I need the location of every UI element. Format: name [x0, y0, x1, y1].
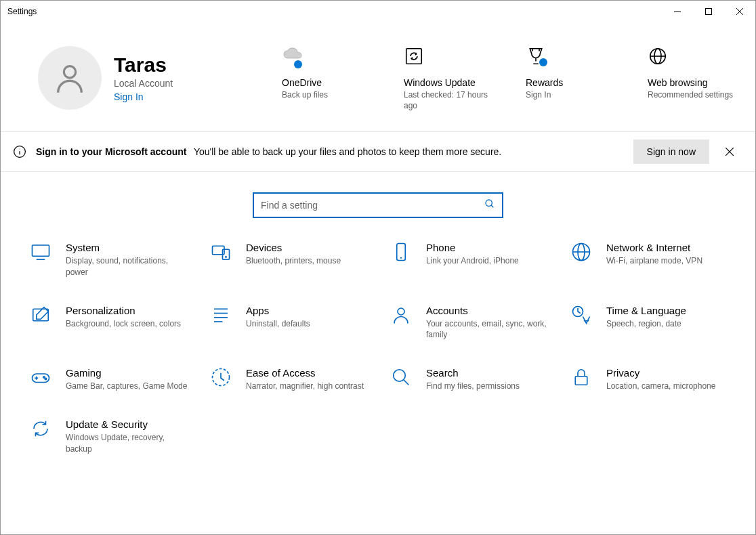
rewards-icon — [526, 46, 614, 70]
svg-point-31 — [398, 308, 404, 315]
window-controls — [662, 1, 755, 22]
category-personalization[interactable]: PersonalizationBackground, lock screen, … — [28, 305, 188, 340]
signin-banner: Sign in to your Microsoft account You'll… — [1, 131, 755, 172]
status-desc: Recommended settings — [648, 89, 736, 100]
category-search[interactable]: SearchFind my files, permissions — [388, 367, 548, 391]
category-desc: Wi-Fi, airplane mode, VPN — [606, 255, 728, 266]
category-desc: Link your Android, iPhone — [426, 255, 548, 266]
svg-point-20 — [226, 257, 226, 257]
user-avatar — [38, 46, 102, 110]
banner-close-button[interactable] — [716, 138, 743, 165]
category-title: Ease of Access — [246, 367, 368, 379]
category-title: Gaming — [66, 367, 188, 379]
search-icon — [484, 198, 495, 212]
category-privacy[interactable]: PrivacyLocation, camera, microphone — [568, 367, 728, 391]
category-devices[interactable]: DevicesBluetooth, printers, mouse — [208, 242, 368, 277]
category-title: System — [66, 242, 188, 253]
category-desc: Game Bar, captures, Game Mode — [66, 381, 188, 391]
category-desc: Uninstall, defaults — [246, 318, 368, 329]
search-input[interactable] — [261, 200, 484, 211]
notification-badge — [539, 58, 547, 66]
category-desc: Windows Update, recovery, backup — [66, 432, 188, 454]
category-phone[interactable]: PhoneLink your Android, iPhone — [388, 242, 548, 277]
update-security-icon — [28, 419, 54, 442]
window-title: Settings — [7, 7, 37, 16]
category-desc: Display, sound, notifications, power — [66, 255, 188, 277]
svg-point-39 — [394, 370, 406, 382]
accounts-icon — [388, 305, 414, 328]
devices-icon — [208, 242, 234, 265]
category-accounts[interactable]: AccountsYour accounts, email, sync, work… — [388, 305, 548, 340]
network-icon — [568, 242, 594, 265]
category-desc: Speech, region, date — [606, 318, 728, 329]
status-card-web-browsing[interactable]: Web browsing Recommended settings — [648, 46, 736, 111]
status-title: OneDrive — [282, 77, 370, 88]
category-desc: Narrator, magnifier, high contrast — [246, 381, 368, 391]
status-title: Web browsing — [648, 77, 736, 88]
status-card-rewards[interactable]: Rewards Sign In — [526, 46, 614, 111]
svg-rect-16 — [33, 245, 49, 256]
svg-line-40 — [404, 380, 409, 385]
category-title: Search — [426, 367, 548, 379]
category-desc: Find my files, permissions — [426, 381, 548, 391]
close-button[interactable] — [724, 1, 755, 22]
status-desc: Sign In — [526, 89, 614, 100]
status-title: Rewards — [526, 77, 614, 88]
search-category-icon — [388, 367, 414, 390]
category-desc: Your accounts, email, sync, work, family — [426, 318, 548, 340]
category-update-security[interactable]: Update & SecurityWindows Update, recover… — [28, 419, 188, 454]
title-bar: Settings — [1, 1, 755, 22]
globe-icon — [648, 46, 736, 70]
svg-point-36 — [43, 377, 45, 379]
signin-now-button[interactable]: Sign in now — [633, 140, 709, 164]
personalization-icon — [28, 305, 54, 328]
user-name: Taras — [114, 53, 173, 77]
header-section: Taras Local Account Sign In OneDrive Bac… — [1, 22, 755, 131]
user-info: Taras Local Account Sign In — [114, 53, 173, 102]
user-signin-link[interactable]: Sign In — [114, 91, 173, 102]
category-title: Time & Language — [606, 305, 728, 316]
privacy-icon — [568, 367, 594, 390]
ease-of-access-icon — [208, 367, 234, 390]
category-title: Apps — [246, 305, 368, 316]
minimize-button[interactable] — [662, 1, 693, 22]
category-title: Update & Security — [66, 419, 188, 430]
status-card-windows-update[interactable]: Windows Update Last checked: 17 hours ag… — [404, 46, 492, 111]
svg-rect-5 — [406, 49, 422, 64]
update-icon — [404, 46, 492, 70]
category-system[interactable]: SystemDisplay, sound, notifications, pow… — [28, 242, 188, 277]
status-card-onedrive[interactable]: OneDrive Back up files — [282, 46, 370, 111]
svg-rect-1 — [706, 9, 712, 15]
notification-badge — [294, 60, 302, 68]
search-box[interactable] — [253, 192, 503, 218]
onedrive-icon — [282, 46, 370, 70]
svg-rect-41 — [575, 377, 587, 385]
categories-grid: SystemDisplay, sound, notifications, pow… — [1, 242, 755, 454]
apps-icon — [208, 305, 234, 328]
status-desc: Last checked: 17 hours ago — [404, 89, 492, 111]
category-title: Network & Internet — [606, 242, 728, 253]
category-apps[interactable]: AppsUninstall, defaults — [208, 305, 368, 340]
category-ease-of-access[interactable]: Ease of AccessNarrator, magnifier, high … — [208, 367, 368, 391]
time-language-icon — [568, 305, 594, 328]
status-desc: Back up files — [282, 89, 370, 100]
svg-point-14 — [486, 200, 492, 206]
category-title: Personalization — [66, 305, 188, 316]
status-cards: OneDrive Back up files Windows Update La… — [282, 46, 736, 111]
maximize-button[interactable] — [693, 1, 724, 22]
category-gaming[interactable]: GamingGame Bar, captures, Game Mode — [28, 367, 188, 391]
status-title: Windows Update — [404, 77, 492, 88]
gaming-icon — [28, 367, 54, 390]
category-desc: Location, camera, microphone — [606, 381, 728, 391]
category-desc: Background, lock screen, colors — [66, 318, 188, 329]
category-time-language[interactable]: Time & LanguageSpeech, region, date — [568, 305, 728, 340]
svg-point-37 — [45, 378, 47, 380]
category-network[interactable]: Network & InternetWi-Fi, airplane mode, … — [568, 242, 728, 277]
system-icon — [28, 242, 54, 265]
user-account-type: Local Account — [114, 78, 173, 89]
category-title: Privacy — [606, 367, 728, 379]
user-block[interactable]: Taras Local Account Sign In — [38, 46, 268, 110]
category-title: Devices — [246, 242, 368, 253]
category-title: Accounts — [426, 305, 548, 316]
svg-point-4 — [64, 66, 75, 78]
